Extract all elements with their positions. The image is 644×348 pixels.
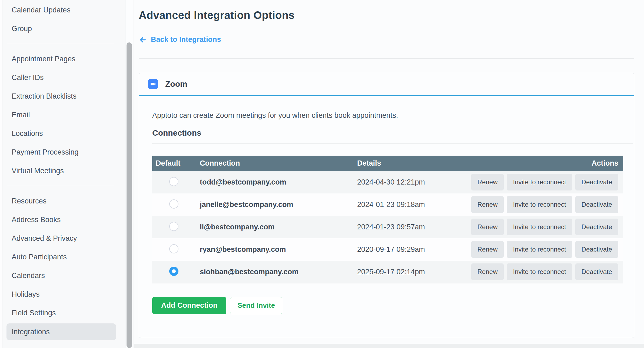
add-connection-button[interactable]: Add Connection [152, 297, 226, 314]
sidebar-item-integrations[interactable]: Integrations [6, 323, 116, 340]
sidebar-scrollbar-track [125, 0, 134, 348]
connection-email: siohban@bestcompany.com [200, 268, 357, 276]
table-header-row: Default Connection Details Actions [152, 156, 623, 171]
sidebar-item-virtual-meetings[interactable]: Virtual Meetings [0, 162, 125, 180]
invite-to-reconnect-button[interactable]: Invite to reconnect [507, 263, 572, 280]
renew-button[interactable]: Renew [471, 241, 504, 258]
default-cell [152, 244, 200, 255]
back-to-integrations-link[interactable]: Back to Integrations [139, 35, 221, 44]
page-title: Advanced Integration Options [139, 9, 644, 21]
table-row: janelle@bestcompany.com 2024-01-23 09:18… [152, 193, 623, 216]
sidebar-item-holidays[interactable]: Holidays [0, 285, 125, 304]
renew-button[interactable]: Renew [471, 174, 504, 190]
window-bottom-strip [134, 344, 644, 348]
deactivate-button[interactable]: Deactivate [575, 196, 618, 213]
default-radio[interactable] [169, 244, 178, 253]
renew-button[interactable]: Renew [471, 263, 504, 280]
connection-email: todd@bestcompany.com [200, 178, 357, 186]
table-row: ryan@bestcompany.com 2020-09-17 09:29am … [152, 238, 623, 261]
window-left-gutter [0, 0, 2, 348]
row-actions: RenewInvite to reconnectDeactivate [471, 196, 623, 213]
sidebar-item-extraction-blacklists[interactable]: Extraction Blacklists [0, 87, 125, 106]
deactivate-button[interactable]: Deactivate [575, 174, 618, 190]
column-header-actions: Actions [592, 159, 623, 168]
connection-email: janelle@bestcompany.com [200, 200, 357, 209]
sidebar-item-locations[interactable]: Locations [0, 124, 125, 143]
default-cell [152, 267, 200, 277]
row-actions: RenewInvite to reconnectDeactivate [471, 219, 623, 235]
connection-details: 2020-09-17 09:29am [357, 245, 471, 254]
column-header-connection: Connection [200, 159, 357, 168]
connections-divider [152, 143, 633, 144]
table-row: siohban@bestcompany.com 2025-09-17 02:14… [152, 261, 623, 283]
sidebar-item-appointment-pages[interactable]: Appointment Pages [0, 50, 125, 68]
card-header: Zoom [139, 73, 634, 96]
connection-details: 2024-01-23 09:57am [357, 223, 471, 231]
row-actions: RenewInvite to reconnectDeactivate [471, 263, 623, 280]
connection-email: ryan@bestcompany.com [200, 245, 357, 254]
sidebar-item-field-settings[interactable]: Field Settings [0, 304, 125, 322]
table-row: todd@bestcompany.com 2024-04-30 12:21pm … [152, 171, 623, 193]
zoom-video-icon [148, 79, 158, 89]
integration-description: Apptoto can create Zoom meetings for you… [152, 111, 634, 120]
invite-to-reconnect-button[interactable]: Invite to reconnect [507, 219, 572, 235]
sidebar-item-payment-processing[interactable]: Payment Processing [0, 143, 125, 162]
sidebar-item-address-books[interactable]: Address Books [0, 210, 125, 229]
back-link-label: Back to Integrations [151, 35, 221, 44]
card-button-row: Add Connection Send Invite [152, 297, 634, 314]
connection-details: 2024-04-30 12:21pm [357, 178, 471, 186]
default-radio[interactable] [169, 199, 178, 209]
sidebar-item-group[interactable]: Group [0, 19, 125, 38]
card-title: Zoom [165, 79, 187, 89]
table-row: li@bestcompany.com 2024-01-23 09:57am Re… [152, 216, 623, 238]
connections-heading: Connections [152, 128, 634, 138]
sidebar-item-calendar-updates[interactable]: Calendar Updates [0, 1, 125, 19]
zoom-integration-card: Zoom Apptoto can create Zoom meetings fo… [139, 73, 634, 338]
sidebar-divider [7, 185, 114, 185]
sidebar-item-advanced-privacy[interactable]: Advanced & Privacy [0, 229, 125, 248]
default-cell [152, 199, 200, 210]
row-actions: RenewInvite to reconnectDeactivate [471, 241, 623, 258]
default-radio[interactable] [169, 222, 178, 231]
main-content: Advanced Integration Options Back to Int… [134, 0, 644, 348]
row-actions: RenewInvite to reconnectDeactivate [471, 174, 623, 190]
sidebar-item-calendars[interactable]: Calendars [0, 266, 125, 285]
deactivate-button[interactable]: Deactivate [575, 263, 618, 280]
connection-email: li@bestcompany.com [200, 223, 357, 231]
arrow-left-icon [139, 36, 147, 44]
sidebar-item-email[interactable]: Email [0, 106, 125, 124]
default-cell [152, 222, 200, 232]
connection-details: 2025-09-17 02:14pm [357, 268, 471, 276]
default-radio[interactable] [169, 267, 178, 276]
deactivate-button[interactable]: Deactivate [575, 219, 618, 235]
default-radio[interactable] [169, 177, 178, 186]
table-body: todd@bestcompany.com 2024-04-30 12:21pm … [152, 171, 623, 283]
deactivate-button[interactable]: Deactivate [575, 241, 618, 258]
renew-button[interactable]: Renew [471, 219, 504, 235]
sidebar-item-auto-participants[interactable]: Auto Participants [0, 248, 125, 266]
section-divider [139, 58, 634, 59]
default-cell [152, 177, 200, 187]
send-invite-button[interactable]: Send Invite [230, 297, 282, 314]
connections-table: Default Connection Details Actions todd@… [152, 156, 623, 283]
sidebar-scrollbar-thumb[interactable] [127, 42, 132, 348]
invite-to-reconnect-button[interactable]: Invite to reconnect [507, 196, 572, 213]
settings-sidebar: Calendar UpdatesGroupAppointment PagesCa… [0, 0, 125, 348]
sidebar-item-caller-ids[interactable]: Caller IDs [0, 68, 125, 87]
column-header-default: Default [152, 159, 200, 168]
invite-to-reconnect-button[interactable]: Invite to reconnect [507, 241, 572, 258]
invite-to-reconnect-button[interactable]: Invite to reconnect [507, 174, 572, 190]
column-header-details: Details [357, 159, 592, 168]
sidebar-divider [7, 43, 114, 43]
sidebar-item-resources[interactable]: Resources [0, 192, 125, 210]
connection-details: 2024-01-23 09:18am [357, 200, 471, 209]
renew-button[interactable]: Renew [471, 196, 504, 213]
